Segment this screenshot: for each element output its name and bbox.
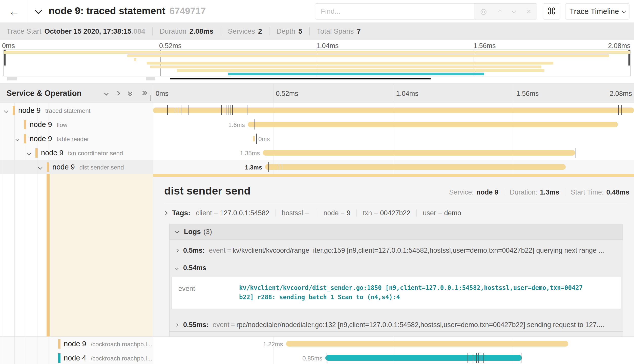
indent-guide — [26, 174, 26, 336]
span-row[interactable]: node 9txn coordinator send1.35ms — [0, 146, 634, 160]
back-button[interactable]: ← — [0, 0, 28, 23]
span-log-marker — [327, 353, 327, 363]
minimap-scrollbar-handle[interactable] — [146, 77, 155, 80]
find-input[interactable] — [315, 4, 474, 19]
minimap-span-bar — [228, 73, 484, 75]
span-row-timeline[interactable]: 1.6ms — [153, 117, 634, 132]
trace-collapse-chevron-icon[interactable] — [35, 7, 42, 14]
expand-one-icon[interactable] — [115, 91, 120, 95]
span-detail-meta: Service:node 9Duration:1.3msStart Time:0… — [449, 188, 629, 196]
tag-key: txn — [363, 209, 372, 217]
detail-meta-item: Duration:1.3ms — [510, 188, 559, 196]
span-row[interactable]: node 9traced statement — [0, 103, 634, 117]
tag-key: client — [196, 209, 212, 217]
span-duration-bar[interactable] — [286, 341, 568, 347]
tag-value: 00427b22 — [380, 209, 410, 217]
span-row[interactable]: node 9/cockroach.roachpb.I...1.22ms — [0, 337, 634, 351]
indent-guide — [37, 351, 37, 364]
span-row-timeline[interactable]: 0ms — [153, 132, 634, 146]
timeline-axis-tick: 0.52ms — [276, 90, 298, 98]
summary-value: 2 — [258, 27, 262, 35]
log-detail-card: eventkv/kvclient/kvcoord/dist_sender.go:… — [172, 277, 621, 309]
tag-key: hostssl — [282, 209, 303, 217]
prev-result-icon[interactable] — [498, 10, 501, 13]
span-row-left: node 9txn coordinator send — [0, 146, 153, 160]
timeline-axis-tick: 1.56ms — [516, 90, 539, 98]
logs-toggle-header[interactable]: Logs (3) — [170, 224, 623, 240]
summary-label: Duration — [160, 27, 186, 35]
span-row-left: node 9flow — [0, 117, 153, 132]
detail-meta-label: Start Time: — [571, 188, 604, 196]
span-log-marker — [621, 105, 622, 115]
span-duration-label: 1.22ms — [263, 341, 283, 348]
chevron-down-icon — [175, 266, 179, 270]
indent-guide — [3, 160, 3, 174]
span-row-timeline[interactable]: 1.22ms — [153, 337, 634, 351]
span-service-name: node 9traced statement — [18, 106, 90, 115]
log-field-equals: = — [229, 321, 237, 329]
tags-toggle-row[interactable]: Tags: client=127.0.0.1:54582hostssl=node… — [164, 209, 629, 217]
minimap-axis: 0ms0.52ms1.04ms1.56ms2.08ms — [2, 42, 630, 50]
span-toggle-chevron-icon[interactable] — [27, 151, 30, 156]
span-duration-bar[interactable] — [248, 122, 618, 127]
next-result-icon[interactable] — [512, 10, 516, 13]
summary-separator — [269, 27, 269, 35]
indent-guide — [3, 174, 3, 336]
span-row-timeline[interactable]: 1.3ms — [153, 160, 634, 174]
span-log-marker — [181, 105, 181, 115]
span-log-marker — [268, 162, 269, 172]
span-log-marker — [476, 353, 477, 363]
timeline-axis-tick: 0ms — [156, 90, 168, 98]
collapse-one-icon[interactable] — [104, 91, 109, 95]
minimap-scrollbar-handle[interactable] — [7, 77, 17, 80]
span-row-timeline[interactable]: 1.35ms — [153, 146, 634, 160]
span-duration-bar[interactable] — [253, 136, 255, 141]
trace-view-selector[interactable]: Trace Timeline — [565, 3, 629, 19]
log-entry-row[interactable]: 0.55ms:event=rpc/nodedialer/nodedialer.g… — [170, 314, 623, 331]
span-operation-name: table reader — [57, 136, 89, 142]
minimap-viewport[interactable] — [4, 50, 630, 76]
chevron-right-icon — [175, 323, 179, 327]
span-row[interactable]: node 9flow1.6ms — [0, 117, 634, 132]
clear-search-icon[interactable]: × — [527, 8, 531, 15]
span-row[interactable]: node 9table reader0ms — [0, 132, 634, 146]
span-color-accent — [47, 162, 49, 172]
span-duration-bar[interactable] — [153, 108, 634, 113]
span-duration-bar[interactable] — [265, 164, 566, 170]
span-log-marker — [232, 105, 233, 115]
column-resizer-handle[interactable] — [149, 95, 152, 101]
summary-label: Services — [228, 27, 255, 35]
span-toggle-chevron-icon[interactable] — [5, 109, 8, 113]
chevron-down-icon — [4, 109, 8, 113]
timeline-gridline — [394, 84, 394, 103]
span-log-marker — [468, 353, 468, 363]
span-row[interactable]: node 9dist sender send1.3ms — [0, 160, 634, 174]
tag-equals: = — [303, 209, 311, 217]
log-entry-row[interactable]: 0.5ms:event=kv/kvclient/kvcoord/range_it… — [170, 240, 623, 257]
summary-value: 5 — [298, 27, 302, 35]
span-row-timeline[interactable] — [153, 103, 634, 117]
span-toggle-chevron-icon[interactable] — [39, 165, 42, 170]
expand-all-icon[interactable] — [141, 90, 147, 96]
span-row-timeline[interactable]: 0.85ms — [153, 351, 634, 364]
tag-separator — [276, 209, 276, 217]
collapse-all-icon[interactable] — [128, 90, 133, 96]
minimap-scrollbar[interactable] — [170, 78, 431, 79]
log-entry-row-expanded[interactable]: 0.54ms — [170, 257, 623, 274]
summary-item: Services2 — [228, 27, 262, 35]
span-toggle-chevron-icon[interactable] — [16, 137, 19, 142]
span-log-marker — [521, 353, 521, 363]
span-log-marker — [247, 105, 247, 115]
span-duration-bar[interactable] — [263, 150, 575, 156]
meta-separator — [565, 189, 565, 196]
summary-separator — [309, 27, 310, 35]
span-row[interactable]: node 4/cockroach.roachpb.I...0.85ms — [0, 351, 634, 364]
minimap-axis-tick: 0ms — [2, 42, 15, 50]
summary-item: Trace StartOctober 15 2020, 17:38:15.084 — [7, 27, 145, 35]
span-duration-bar[interactable] — [325, 355, 522, 361]
keyboard-shortcuts-button[interactable]: ⌘ — [543, 3, 560, 19]
span-duration-label: 1.3ms — [245, 164, 262, 171]
log-timestamp: 0.55ms: — [183, 321, 209, 329]
detail-meta-value: 1.3ms — [540, 188, 559, 196]
span-detail-panel: dist sender send Service:node 9Duration:… — [153, 174, 634, 336]
